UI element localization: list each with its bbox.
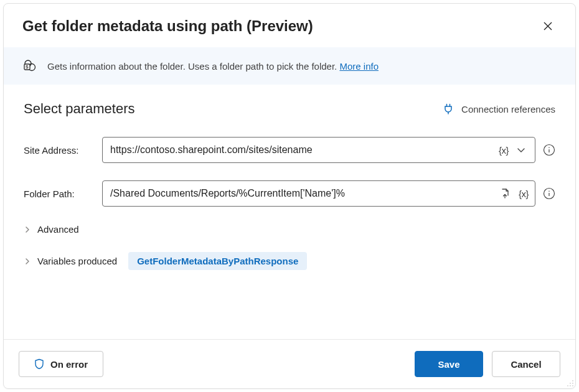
site-address-label: Site Address: <box>24 145 102 156</box>
cancel-button[interactable]: Cancel <box>492 351 560 377</box>
folder-path-input[interactable] <box>103 188 497 199</box>
variables-produced-toggle[interactable]: Variables produced GetFolderMetadataByPa… <box>24 252 555 270</box>
footer-actions: Save Cancel <box>415 351 560 377</box>
file-picker-button[interactable] <box>497 185 514 202</box>
chevron-right-icon <box>24 226 31 233</box>
chevron-right-icon <box>24 258 31 265</box>
dialog-title: Get folder metadata using path (Preview) <box>22 17 313 35</box>
connection-references-button[interactable]: Connection references <box>443 103 555 114</box>
advanced-toggle[interactable]: Advanced <box>24 224 555 235</box>
variables-produced-label: Variables produced <box>37 256 117 266</box>
info-icon <box>543 144 555 156</box>
svg-point-10 <box>548 147 550 149</box>
plug-icon <box>443 103 454 114</box>
svg-point-17 <box>572 383 573 384</box>
site-address-input-wrap: {x} <box>102 137 535 163</box>
resize-grip-icon[interactable] <box>565 378 574 387</box>
svg-text:S: S <box>26 65 29 69</box>
file-arrow-icon <box>500 188 511 199</box>
footer: On error Save Cancel <box>4 339 575 388</box>
site-address-row: Site Address: {x} <box>24 137 555 163</box>
svg-point-20 <box>572 385 573 386</box>
on-error-label: On error <box>50 359 88 370</box>
folder-path-row: Folder Path: {x} <box>24 180 555 207</box>
info-icon <box>543 187 555 200</box>
site-address-info-button[interactable] <box>543 144 555 156</box>
section-header: Select parameters Connection references <box>24 101 555 117</box>
svg-point-18 <box>567 385 568 386</box>
fx-button[interactable]: {x} <box>519 189 529 199</box>
content-area: Select parameters Connection references … <box>4 85 575 339</box>
site-address-dropdown-button[interactable] <box>514 142 529 157</box>
svg-point-19 <box>570 385 571 386</box>
svg-point-15 <box>572 380 573 381</box>
section-title: Select parameters <box>24 101 135 117</box>
shield-icon <box>34 358 44 370</box>
advanced-label: Advanced <box>37 224 79 235</box>
folder-path-input-wrap: {x} <box>102 180 535 207</box>
svg-point-16 <box>570 383 571 384</box>
info-bar: S Gets information about the folder. Use… <box>4 47 575 85</box>
chevron-down-icon <box>516 145 526 155</box>
dialog: Get folder metadata using path (Preview)… <box>3 3 576 389</box>
folder-path-label: Folder Path: <box>24 189 102 199</box>
on-error-button[interactable]: On error <box>19 351 103 377</box>
more-info-link[interactable]: More info <box>339 61 379 72</box>
close-icon <box>543 21 553 31</box>
connection-references-label: Connection references <box>461 104 555 114</box>
close-button[interactable] <box>539 17 557 35</box>
variable-pill[interactable]: GetFolderMetadataByPathResponse <box>128 252 307 270</box>
save-button[interactable]: Save <box>415 351 483 377</box>
titlebar: Get folder metadata using path (Preview) <box>4 4 575 47</box>
svg-point-13 <box>548 191 550 192</box>
fx-button[interactable]: {x} <box>499 145 509 156</box>
site-address-input[interactable] <box>103 144 499 156</box>
info-text: Gets information about the folder. Uses … <box>47 61 379 72</box>
sharepoint-icon: S <box>22 58 37 73</box>
folder-path-info-button[interactable] <box>543 187 555 200</box>
